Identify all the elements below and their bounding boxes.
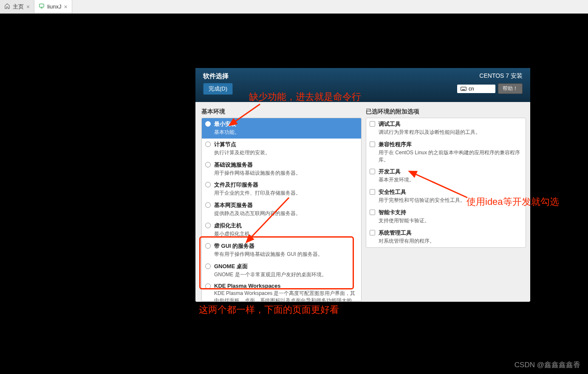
env-item-title: 基础设施服务器: [214, 161, 253, 169]
addon-title: 已选环境的附加选项: [366, 108, 526, 116]
env-item-title: GNOME 桌面: [214, 263, 248, 270]
radio-icon[interactable]: [205, 162, 211, 167]
addon-item-desc: 用于完整性和可信验证的安全性工具。: [379, 197, 522, 204]
env-item-title: 带 GUI 的服务器: [214, 242, 254, 250]
svg-rect-0: [40, 4, 44, 7]
addon-item-desc: 对系统管理有用的程序。: [379, 238, 522, 245]
env-item-desc: KDE Plasma Workspaces 是一个高度可配置图形用户界面，其中包…: [214, 290, 358, 302]
radio-icon[interactable]: [205, 223, 211, 228]
checkbox-icon[interactable]: [370, 210, 375, 215]
env-item[interactable]: GNOME 桌面GNOME 是一个非常直观且用户友好的桌面环境。: [202, 261, 361, 281]
tab-bar: 主页 × liunxJ ×: [0, 0, 588, 14]
addon-item[interactable]: 系统管理工具对系统管理有用的程序。: [366, 227, 526, 247]
env-item-title: 最小安装: [214, 120, 236, 128]
product-label: CENTOS 7 安装: [457, 72, 523, 80]
env-item-title: 基本网页服务器: [214, 201, 253, 209]
tab-liunxj[interactable]: liunxJ ×: [34, 0, 72, 13]
env-column: 基本环境 最小安装基本功能。计算节点执行计算及处理的安装。基础设施服务器用于操作…: [201, 108, 362, 302]
env-item-desc: 用于操作网络基础设施服务的服务器。: [214, 170, 358, 177]
close-icon[interactable]: ×: [26, 3, 30, 10]
addon-item-desc: 支持使用智能卡验证。: [379, 217, 522, 224]
radio-icon[interactable]: [205, 202, 211, 208]
addon-item[interactable]: 智能卡支持支持使用智能卡验证。: [366, 207, 526, 227]
installer-window: 软件选择 完成(D) CENTOS 7 安装 cn 帮助！ 基本环境 最小安装基…: [195, 68, 530, 302]
env-item-desc: 提供静态及动态互联网内容的服务器。: [214, 210, 358, 217]
addon-item-title: 安全性工具: [379, 188, 406, 196]
keyboard-icon: [461, 87, 466, 91]
page-title: 软件选择: [203, 72, 233, 80]
env-item-desc: GNOME 是一个非常直观且用户友好的桌面环境。: [214, 271, 358, 278]
tab-label: liunxJ: [47, 3, 61, 10]
addon-item-title: 开发工具: [379, 168, 401, 176]
vm-icon: [39, 3, 45, 10]
addon-list[interactable]: 调试工具调试行为异常程序以及诊断性能问题的工具。兼容性程序库用于在 CentOS…: [366, 118, 526, 248]
close-icon[interactable]: ×: [64, 3, 67, 10]
tab-home[interactable]: 主页 ×: [0, 0, 34, 13]
checkbox-icon[interactable]: [370, 169, 375, 174]
env-item-desc: 基本功能。: [214, 129, 358, 136]
addon-item-title: 系统管理工具: [379, 229, 412, 237]
radio-icon[interactable]: [205, 243, 211, 249]
env-item[interactable]: 文件及打印服务器用于企业的文件、打印及存储服务器。: [202, 179, 361, 199]
env-item-desc: 带有用于操作网络基础设施服务 GUI 的服务器。: [214, 251, 358, 258]
env-item[interactable]: KDE Plasma WorkspacesKDE Plasma Workspac…: [202, 280, 361, 302]
env-item-title: 文件及打印服务器: [214, 181, 258, 189]
env-item[interactable]: 计算节点执行计算及处理的安装。: [202, 139, 361, 159]
radio-icon[interactable]: [205, 182, 211, 187]
addon-item-title: 智能卡支持: [379, 209, 406, 216]
done-button[interactable]: 完成(D): [203, 83, 233, 95]
env-item-desc: 执行计算及处理的安装。: [214, 149, 358, 156]
addon-item[interactable]: 开发工具基本开发环境。: [366, 166, 526, 186]
keyboard-layout[interactable]: cn: [457, 85, 495, 93]
addon-item-desc: 用于在 CentOS Linux 的之前版本中构建的应用程序的兼容程序库。: [379, 149, 522, 164]
svg-rect-2: [462, 89, 465, 90]
addon-item-title: 调试工具: [379, 120, 401, 128]
help-button[interactable]: 帮助！: [498, 83, 523, 94]
env-item-title: 虚拟化主机: [214, 222, 242, 230]
annotation-same: 这两个都一样，下面的页面更好看: [199, 303, 471, 316]
env-item-desc: 用于企业的文件、打印及存储服务器。: [214, 190, 358, 197]
radio-icon[interactable]: [205, 283, 211, 289]
addon-item-desc: 基本开发环境。: [379, 176, 522, 184]
tab-label: 主页: [13, 3, 24, 11]
checkbox-icon[interactable]: [370, 142, 375, 147]
env-list[interactable]: 最小安装基本功能。计算节点执行计算及处理的安装。基础设施服务器用于操作网络基础设…: [201, 118, 362, 302]
checkbox-icon[interactable]: [370, 189, 375, 195]
radio-icon[interactable]: [205, 121, 211, 127]
env-item-title: KDE Plasma Workspaces: [214, 283, 281, 289]
env-item[interactable]: 带 GUI 的服务器带有用于操作网络基础设施服务 GUI 的服务器。: [202, 240, 361, 261]
addon-item-title: 兼容性程序库: [379, 141, 412, 148]
addon-item-desc: 调试行为异常程序以及诊断性能问题的工具。: [379, 129, 522, 136]
radio-icon[interactable]: [205, 264, 211, 269]
installer-header: 软件选择 完成(D) CENTOS 7 安装 cn 帮助！: [195, 68, 530, 102]
addon-item[interactable]: 兼容性程序库用于在 CentOS Linux 的之前版本中构建的应用程序的兼容程…: [366, 139, 526, 166]
checkbox-icon[interactable]: [370, 121, 375, 127]
addon-item[interactable]: 安全性工具用于完整性和可信验证的安全性工具。: [366, 186, 526, 207]
env-item[interactable]: 基础设施服务器用于操作网络基础设施服务的服务器。: [202, 159, 361, 179]
env-item[interactable]: 最小安装基本功能。: [202, 118, 361, 139]
env-title: 基本环境: [201, 108, 362, 116]
addon-item[interactable]: 调试工具调试行为异常程序以及诊断性能问题的工具。: [366, 118, 526, 139]
env-item[interactable]: 基本网页服务器提供静态及动态互联网内容的服务器。: [202, 199, 361, 220]
env-item[interactable]: 虚拟化主机最小虚拟化主机。: [202, 220, 361, 240]
env-item-desc: 最小虚拟化主机。: [214, 230, 358, 238]
env-item-title: 计算节点: [214, 141, 236, 148]
checkbox-icon[interactable]: [370, 230, 375, 235]
watermark: CSDN @鑫鑫鑫鑫香: [514, 360, 580, 370]
addon-column: 已选环境的附加选项 调试工具调试行为异常程序以及诊断性能问题的工具。兼容性程序库…: [366, 108, 526, 302]
radio-icon[interactable]: [205, 142, 211, 147]
home-icon: [4, 3, 10, 10]
